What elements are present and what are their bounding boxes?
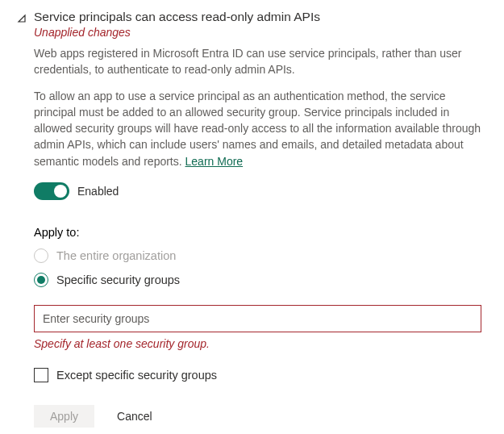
- setting-header: Service principals can access read-only …: [16, 10, 488, 24]
- toggle-knob: [54, 185, 67, 198]
- setting-title: Service principals can access read-only …: [34, 10, 320, 24]
- apply-to-label: Apply to:: [34, 226, 488, 239]
- setting-content: Unapplied changes Web apps registered in…: [34, 26, 488, 428]
- except-groups-label: Except specific security groups: [56, 369, 217, 382]
- checkbox-box-icon: [34, 368, 48, 382]
- description-paragraph-2: To allow an app to use a service princip…: [34, 88, 488, 169]
- radio-dot-icon: [37, 276, 45, 284]
- radio-label-entire-org: The entire organization: [56, 249, 176, 262]
- enabled-toggle-row: Enabled: [34, 182, 488, 200]
- description-paragraph-1: Web apps registered in Microsoft Entra I…: [34, 45, 488, 78]
- enabled-toggle[interactable]: [34, 182, 69, 200]
- apply-button[interactable]: Apply: [34, 405, 94, 428]
- except-groups-checkbox-row[interactable]: Except specific security groups: [34, 368, 488, 382]
- radio-label-specific-groups: Specific security groups: [56, 273, 180, 286]
- radio-circle-icon: [34, 248, 48, 263]
- radio-specific-groups[interactable]: Specific security groups: [34, 273, 488, 287]
- collapse-icon[interactable]: [16, 13, 27, 24]
- button-row: Apply Cancel: [34, 405, 488, 428]
- learn-more-link[interactable]: Learn More: [185, 155, 244, 168]
- radio-entire-organization: The entire organization: [34, 248, 488, 263]
- enabled-toggle-label: Enabled: [77, 185, 119, 198]
- security-groups-error: Specify at least one security group.: [34, 337, 488, 350]
- cancel-button[interactable]: Cancel: [117, 410, 152, 423]
- unapplied-changes-label: Unapplied changes: [34, 26, 488, 39]
- radio-circle-icon: [34, 273, 48, 287]
- description-text-2: To allow an app to use a service princip…: [34, 90, 481, 168]
- security-groups-input[interactable]: [34, 305, 481, 332]
